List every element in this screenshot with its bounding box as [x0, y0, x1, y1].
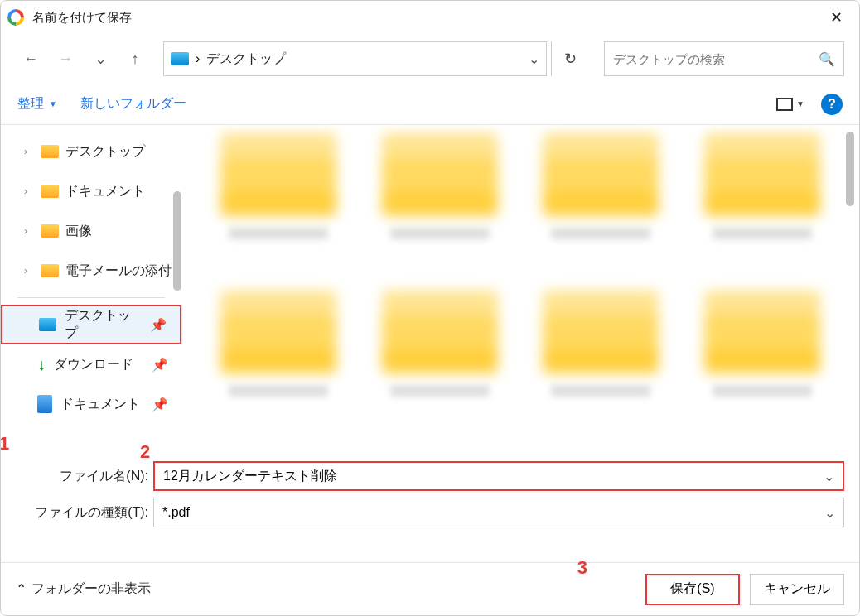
- hide-folders-label: フォルダーの非表示: [31, 580, 151, 598]
- pin-icon[interactable]: 📌: [152, 357, 168, 373]
- chevron-down-icon[interactable]: ⌄: [824, 505, 835, 521]
- divider: [17, 297, 165, 298]
- download-icon: ↓: [37, 355, 46, 374]
- desktop-icon: [39, 318, 56, 331]
- window-title: 名前を付けて保存: [32, 10, 819, 26]
- filetype-select[interactable]: ⌄: [153, 498, 844, 527]
- folder-label: [713, 228, 812, 239]
- chevron-right-icon[interactable]: ›: [24, 185, 34, 197]
- footer: ⌃フォルダーの非表示 3 保存(S) キャンセル: [1, 562, 859, 615]
- chevron-down-icon[interactable]: ⌄: [824, 469, 834, 484]
- tree-item-documents[interactable]: ›ドキュメント: [1, 171, 181, 211]
- recent-button[interactable]: ⌄: [85, 44, 115, 74]
- quick-label: ドキュメント: [60, 396, 140, 413]
- back-button[interactable]: ←: [16, 44, 46, 74]
- filetype-row: ファイルの種類(T): ⌄: [16, 494, 844, 531]
- folder-item[interactable]: [368, 291, 513, 423]
- folder-label: [229, 385, 328, 397]
- fields: 2 ファイル名(N): ⌄ ファイルの種類(T): ⌄: [1, 455, 859, 537]
- tree-label: デスクトップ: [65, 143, 145, 161]
- view-button[interactable]: [776, 98, 793, 111]
- annotation-2: 2: [140, 441, 150, 463]
- folder-item[interactable]: [690, 133, 835, 266]
- document-icon: [37, 395, 52, 413]
- folder-icon: [41, 185, 59, 198]
- sidebar-scrollbar[interactable]: [173, 191, 181, 291]
- folder-label: [390, 228, 490, 239]
- folder-icon: [220, 133, 336, 216]
- annotation-3: 3: [577, 557, 587, 579]
- pin-icon[interactable]: 📌: [150, 317, 167, 333]
- desktop-icon: [171, 52, 189, 65]
- refresh-button[interactable]: ↻: [551, 41, 589, 76]
- sidebar: ›デスクトップ ›ドキュメント ›画像 ›電子メールの添付 1 デスクトップ📌 …: [1, 125, 181, 455]
- path-chevron: ›: [196, 51, 200, 66]
- organize-button[interactable]: 整理: [17, 95, 44, 113]
- tree-item-desktop[interactable]: ›デスクトップ: [1, 132, 181, 171]
- folder-item[interactable]: [529, 133, 674, 266]
- folder-item[interactable]: [206, 133, 351, 266]
- folder-icon: [41, 264, 59, 277]
- navbar: ← → ⌄ ↑ › デスクトップ ⌄ ↻ 🔍: [1, 34, 859, 84]
- up-button[interactable]: ↑: [120, 44, 150, 74]
- quick-downloads[interactable]: ↓ダウンロード📌: [1, 344, 181, 384]
- quick-label: ダウンロード: [54, 356, 133, 373]
- tree-label: 画像: [65, 223, 92, 240]
- toolbar: 整理 ▼ 新しいフォルダー ▼ ?: [1, 84, 859, 125]
- help-button[interactable]: ?: [821, 94, 843, 115]
- folder-icon: [543, 133, 659, 216]
- path-box[interactable]: › デスクトップ ⌄: [163, 41, 547, 76]
- new-folder-button[interactable]: 新しいフォルダー: [80, 95, 186, 113]
- view-caret-icon[interactable]: ▼: [796, 99, 804, 108]
- folder-label: [390, 385, 490, 397]
- annotation-1: 1: [0, 433, 9, 455]
- tree-item-email[interactable]: ›電子メールの添付: [1, 251, 181, 291]
- search-icon[interactable]: 🔍: [819, 51, 835, 67]
- search-input[interactable]: [613, 52, 819, 66]
- quick-documents[interactable]: ドキュメント📌: [1, 384, 181, 424]
- folder-icon: [704, 133, 820, 216]
- main-area: ›デスクトップ ›ドキュメント ›画像 ›電子メールの添付 1 デスクトップ📌 …: [1, 125, 859, 455]
- folder-item[interactable]: [206, 291, 351, 423]
- chevron-up-icon: ⌃: [16, 581, 27, 597]
- quick-label: デスクトップ: [65, 307, 142, 342]
- chevron-right-icon[interactable]: ›: [24, 225, 34, 237]
- folder-icon: [41, 224, 59, 238]
- folder-icon: [382, 133, 498, 216]
- folder-icon: [41, 145, 59, 158]
- chevron-right-icon[interactable]: ›: [24, 146, 34, 157]
- content-scrollbar[interactable]: [846, 132, 854, 206]
- filetype-input[interactable]: [162, 505, 824, 520]
- filename-label: ファイル名(N):: [16, 468, 148, 485]
- save-button[interactable]: 保存(S): [645, 574, 740, 605]
- content-area: [181, 125, 859, 455]
- filename-row: ファイル名(N): ⌄: [16, 458, 844, 494]
- close-button[interactable]: ✕: [819, 1, 853, 34]
- folder-label: [229, 228, 328, 239]
- chevron-down-icon[interactable]: ⌄: [529, 51, 539, 67]
- folder-item[interactable]: [368, 133, 513, 266]
- pin-icon[interactable]: 📌: [152, 397, 168, 412]
- filename-input-wrap[interactable]: ⌄: [153, 461, 844, 491]
- folder-label: [713, 385, 812, 397]
- folder-item[interactable]: [529, 291, 674, 423]
- tree-item-images[interactable]: ›画像: [1, 211, 181, 251]
- folder-icon: [382, 291, 498, 373]
- tree-label: ドキュメント: [65, 183, 145, 200]
- chevron-right-icon[interactable]: ›: [24, 265, 34, 277]
- filename-input[interactable]: [163, 469, 824, 484]
- cancel-button[interactable]: キャンセル: [750, 574, 844, 605]
- tree-label: 電子メールの添付: [65, 262, 172, 280]
- filetype-label: ファイルの種類(T):: [16, 504, 148, 522]
- folder-icon: [704, 291, 820, 373]
- organize-caret-icon[interactable]: ▼: [49, 99, 57, 108]
- folder-item[interactable]: [690, 291, 835, 423]
- titlebar: 名前を付けて保存 ✕: [1, 1, 859, 34]
- folder-grid: [206, 133, 834, 423]
- forward-button[interactable]: →: [51, 44, 80, 74]
- folder-label: [551, 228, 650, 239]
- quick-desktop[interactable]: デスクトップ📌: [1, 305, 181, 344]
- search-box[interactable]: 🔍: [604, 41, 844, 76]
- hide-folders-button[interactable]: ⌃フォルダーの非表示: [16, 580, 151, 598]
- chrome-icon: [7, 9, 24, 26]
